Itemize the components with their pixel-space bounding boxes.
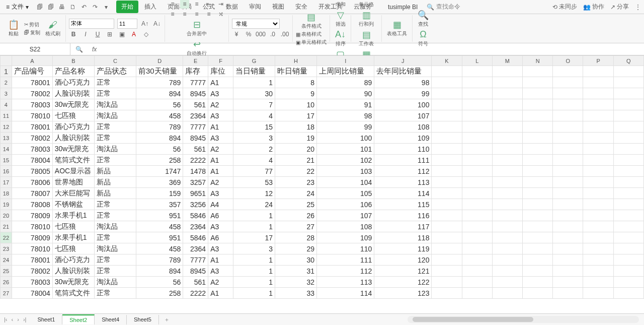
cell[interactable]: 56 (136, 277, 183, 288)
cell[interactable] (492, 144, 522, 155)
col-header-H[interactable]: H (275, 56, 317, 66)
cell[interactable]: 20 (275, 144, 317, 155)
cell[interactable] (492, 66, 522, 77)
cell[interactable]: 1 (233, 266, 275, 277)
col-header-N[interactable]: N (523, 56, 553, 66)
cell[interactable]: 78004 (12, 155, 52, 166)
cell[interactable]: A3 (208, 188, 233, 199)
cell[interactable]: 894 (136, 88, 183, 99)
cell[interactable] (553, 88, 583, 99)
tab-home[interactable]: 开始 (116, 1, 138, 13)
cell[interactable]: 24 (275, 188, 317, 199)
cell[interactable]: 22 (275, 166, 317, 177)
cell[interactable]: 78002 (12, 133, 52, 144)
cell[interactable] (523, 66, 553, 77)
orientation-icon[interactable]: ⤭ (216, 10, 225, 19)
cell[interactable]: 561 (183, 99, 208, 110)
cell[interactable]: 159 (136, 188, 183, 199)
cut-button[interactable]: ✂ 剪切 (24, 21, 40, 28)
paste-button[interactable]: 📋粘贴 (6, 19, 21, 38)
cell[interactable]: 894 (136, 133, 183, 144)
cell[interactable]: A1 (208, 254, 233, 266)
cell[interactable]: A1 (208, 155, 233, 166)
cell[interactable] (613, 266, 643, 277)
col-header-G[interactable]: G (233, 56, 275, 66)
cell[interactable]: 19 (275, 133, 317, 144)
cell[interactable] (553, 166, 583, 177)
cell[interactable]: 淘汰品 (94, 110, 136, 121)
merge-button[interactable]: ⊟合并居中 (185, 19, 209, 38)
align-mid-icon[interactable]: ≡ (180, 0, 189, 9)
cell[interactable]: 114 (374, 188, 432, 199)
col-header-E[interactable]: E (183, 56, 208, 66)
cell[interactable] (432, 155, 462, 166)
cell[interactable] (613, 188, 643, 199)
row-header[interactable]: 26 (1, 277, 12, 288)
cell[interactable] (613, 66, 643, 77)
cell[interactable]: 1478 (183, 166, 208, 177)
cell[interactable] (523, 288, 553, 299)
cell[interactable]: 17 (233, 232, 275, 243)
cell[interactable] (523, 210, 553, 221)
cell[interactable]: 108 (374, 121, 432, 133)
cell[interactable]: 23 (275, 177, 317, 188)
cell[interactable]: 淘汰品 (94, 99, 136, 110)
cell[interactable]: 56 (136, 99, 183, 110)
cell[interactable] (492, 243, 522, 254)
cell[interactable]: 99 (374, 88, 432, 99)
font-name-input[interactable] (69, 19, 114, 29)
formatpainter-button[interactable]: 🖌格式刷 (43, 19, 62, 38)
cell[interactable]: 458 (136, 243, 183, 254)
row-header[interactable]: 25 (1, 266, 12, 277)
cell[interactable] (462, 199, 492, 210)
cell[interactable]: 15 (233, 121, 275, 133)
cell[interactable]: 3 (233, 243, 275, 254)
add-sheet-button[interactable]: ＋ (159, 314, 175, 325)
qat-dropdown-icon[interactable]: ▾ (102, 3, 110, 11)
cell[interactable]: A3 (208, 266, 233, 277)
cell[interactable]: 5846 (183, 210, 208, 221)
incdec-icon[interactable]: .0 (268, 30, 277, 39)
cell[interactable]: 78001 (12, 121, 52, 133)
cell[interactable]: 正常 (94, 254, 136, 266)
cell[interactable] (583, 66, 613, 77)
cell[interactable]: 98 (374, 77, 432, 88)
indent-dec-icon[interactable]: ⇤ (204, 0, 213, 9)
cell[interactable] (553, 221, 583, 232)
sheet-tab-Sheet2[interactable]: Sheet2 (62, 314, 95, 324)
cell[interactable]: 大米巨能写 (52, 188, 94, 199)
cell[interactable]: 120 (374, 254, 432, 266)
col-header-F[interactable]: F (208, 56, 233, 66)
cell[interactable] (432, 166, 462, 177)
cell[interactable] (613, 243, 643, 254)
cell[interactable]: 淘汰品 (94, 277, 136, 288)
cell[interactable]: A3 (208, 133, 233, 144)
cell[interactable]: 115 (374, 199, 432, 210)
cell[interactable] (492, 210, 522, 221)
cell[interactable]: 淘汰品 (94, 243, 136, 254)
cell[interactable]: 正常 (94, 266, 136, 277)
cell[interactable] (553, 110, 583, 121)
cell[interactable] (523, 77, 553, 88)
cell[interactable]: A1 (208, 77, 233, 88)
cell[interactable]: 105 (317, 188, 374, 199)
sheet-tab-Sheet4[interactable]: Sheet4 (95, 315, 127, 324)
cell[interactable]: 33 (275, 288, 317, 299)
cell[interactable]: A6 (208, 210, 233, 221)
cell[interactable] (492, 254, 522, 266)
preview-icon[interactable]: 🗋 (69, 3, 77, 11)
cell[interactable] (492, 121, 522, 133)
cell[interactable] (523, 243, 553, 254)
cell[interactable]: 8945 (183, 266, 208, 277)
col-header-M[interactable]: M (492, 56, 522, 66)
cell[interactable] (583, 121, 613, 133)
cell[interactable]: 78003 (12, 144, 52, 155)
cell[interactable]: 水果手机1 (52, 210, 94, 221)
cell[interactable]: 78001 (12, 77, 52, 88)
cell[interactable]: A2 (208, 277, 233, 288)
cell[interactable] (432, 144, 462, 155)
cell[interactable] (492, 133, 522, 144)
cell[interactable]: 32 (275, 277, 317, 288)
cell[interactable]: 七匹狼 (52, 243, 94, 254)
cell[interactable]: 1 (233, 288, 275, 299)
